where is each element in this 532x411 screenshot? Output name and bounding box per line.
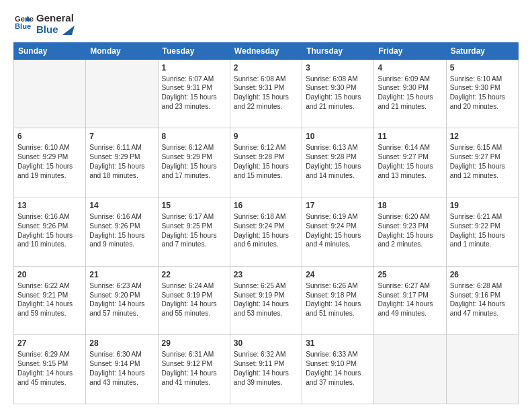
day-number: 8	[162, 131, 226, 142]
sunset-line: Sunset: 9:16 PM	[450, 291, 515, 300]
calendar-cell: 10Sunrise: 6:13 AMSunset: 9:28 PMDayligh…	[302, 128, 374, 197]
sunrise-line: Sunrise: 6:08 AM	[234, 75, 298, 84]
sunrise-line: Sunrise: 6:25 AM	[234, 281, 298, 291]
calendar-cell: 23Sunrise: 6:25 AMSunset: 9:19 PMDayligh…	[230, 266, 302, 335]
cell-info: Sunrise: 6:17 AMSunset: 9:25 PMDaylight:…	[162, 212, 226, 249]
day-number: 10	[306, 131, 370, 142]
calendar-cell: 3Sunrise: 6:08 AMSunset: 9:30 PMDaylight…	[302, 59, 374, 128]
calendar-cell: 31Sunrise: 6:33 AMSunset: 9:10 PMDayligh…	[302, 335, 374, 404]
day-number: 6	[17, 131, 82, 142]
sunset-line: Sunset: 9:21 PM	[17, 291, 82, 300]
sunrise-line: Sunrise: 6:15 AM	[450, 143, 515, 152]
sunrise-line: Sunrise: 6:10 AM	[17, 143, 82, 152]
cell-info: Sunrise: 6:24 AMSunset: 9:19 PMDaylight:…	[162, 281, 226, 318]
sunset-line: Sunset: 9:20 PM	[89, 291, 154, 300]
calendar-cell: 7Sunrise: 6:11 AMSunset: 9:29 PMDaylight…	[86, 128, 158, 197]
sunrise-line: Sunrise: 6:12 AM	[234, 143, 298, 152]
sunset-line: Sunset: 9:18 PM	[306, 291, 370, 300]
calendar-cell: 24Sunrise: 6:26 AMSunset: 9:18 PMDayligh…	[302, 266, 374, 335]
col-header-thursday: Thursday	[302, 42, 374, 59]
cell-info: Sunrise: 6:14 AMSunset: 9:27 PMDaylight:…	[378, 143, 442, 180]
daylight-line: Daylight: 15 hours and 17 minutes.	[162, 162, 226, 181]
sunrise-line: Sunrise: 6:20 AM	[378, 212, 442, 222]
calendar-cell	[86, 59, 158, 128]
daylight-line: Daylight: 14 hours and 45 minutes.	[17, 369, 82, 387]
cell-info: Sunrise: 6:15 AMSunset: 9:27 PMDaylight:…	[450, 143, 515, 180]
sunset-line: Sunset: 9:30 PM	[306, 83, 370, 93]
daylight-line: Daylight: 14 hours and 59 minutes.	[17, 300, 82, 318]
sunrise-line: Sunrise: 6:32 AM	[234, 350, 298, 359]
day-number: 4	[378, 62, 442, 73]
sunset-line: Sunset: 9:12 PM	[162, 359, 226, 369]
calendar-cell: 26Sunrise: 6:28 AMSunset: 9:16 PMDayligh…	[446, 266, 518, 335]
cell-info: Sunrise: 6:18 AMSunset: 9:24 PMDaylight:…	[234, 212, 298, 249]
col-header-saturday: Saturday	[446, 42, 518, 59]
calendar-week-row: 6Sunrise: 6:10 AMSunset: 9:29 PMDaylight…	[14, 128, 519, 197]
calendar-cell: 17Sunrise: 6:19 AMSunset: 9:24 PMDayligh…	[302, 197, 374, 266]
sunrise-line: Sunrise: 6:21 AM	[450, 212, 515, 222]
daylight-line: Daylight: 15 hours and 1 minute.	[450, 231, 515, 250]
day-number: 29	[162, 338, 226, 349]
header: General Blue General Blue	[13, 12, 519, 36]
sunrise-line: Sunrise: 6:23 AM	[89, 281, 154, 291]
day-number: 13	[17, 200, 82, 211]
cell-info: Sunrise: 6:27 AMSunset: 9:17 PMDaylight:…	[378, 281, 442, 318]
sunrise-line: Sunrise: 6:33 AM	[306, 350, 370, 359]
sunrise-line: Sunrise: 6:10 AM	[450, 75, 515, 84]
daylight-line: Daylight: 15 hours and 6 minutes.	[234, 231, 298, 250]
calendar-cell: 11Sunrise: 6:14 AMSunset: 9:27 PMDayligh…	[374, 128, 446, 197]
sunrise-line: Sunrise: 6:30 AM	[89, 350, 154, 359]
sunrise-line: Sunrise: 6:29 AM	[17, 350, 82, 359]
col-header-tuesday: Tuesday	[158, 42, 230, 59]
cell-info: Sunrise: 6:29 AMSunset: 9:15 PMDaylight:…	[17, 350, 82, 387]
cell-info: Sunrise: 6:28 AMSunset: 9:16 PMDaylight:…	[450, 281, 515, 318]
cell-info: Sunrise: 6:23 AMSunset: 9:20 PMDaylight:…	[89, 281, 154, 318]
sunset-line: Sunset: 9:22 PM	[450, 222, 515, 231]
cell-info: Sunrise: 6:16 AMSunset: 9:26 PMDaylight:…	[89, 212, 154, 249]
day-number: 3	[306, 62, 370, 73]
sunset-line: Sunset: 9:31 PM	[162, 83, 226, 93]
cell-info: Sunrise: 6:32 AMSunset: 9:11 PMDaylight:…	[234, 350, 298, 387]
daylight-line: Daylight: 14 hours and 57 minutes.	[89, 300, 154, 318]
calendar-cell	[14, 59, 86, 128]
cell-info: Sunrise: 6:10 AMSunset: 9:30 PMDaylight:…	[450, 75, 515, 111]
svg-text:Blue: Blue	[15, 22, 31, 30]
daylight-line: Daylight: 15 hours and 2 minutes.	[378, 231, 442, 250]
logo-bird-icon	[62, 26, 75, 35]
sunset-line: Sunset: 9:29 PM	[89, 152, 154, 162]
sunset-line: Sunset: 9:11 PM	[234, 359, 298, 369]
daylight-line: Daylight: 14 hours and 37 minutes.	[306, 369, 370, 387]
calendar-cell: 27Sunrise: 6:29 AMSunset: 9:15 PMDayligh…	[14, 335, 86, 404]
cell-info: Sunrise: 6:12 AMSunset: 9:28 PMDaylight:…	[234, 143, 298, 180]
svg-text:General: General	[15, 15, 34, 23]
calendar-week-row: 27Sunrise: 6:29 AMSunset: 9:15 PMDayligh…	[14, 335, 519, 404]
col-header-wednesday: Wednesday	[230, 42, 302, 59]
cell-info: Sunrise: 6:07 AMSunset: 9:31 PMDaylight:…	[162, 75, 226, 111]
calendar-cell: 18Sunrise: 6:20 AMSunset: 9:23 PMDayligh…	[374, 197, 446, 266]
day-number: 21	[89, 269, 154, 280]
sunset-line: Sunset: 9:19 PM	[234, 291, 298, 300]
calendar-cell: 9Sunrise: 6:12 AMSunset: 9:28 PMDaylight…	[230, 128, 302, 197]
day-number: 11	[378, 131, 442, 142]
sunset-line: Sunset: 9:29 PM	[17, 152, 82, 162]
sunrise-line: Sunrise: 6:31 AM	[162, 350, 226, 359]
daylight-line: Daylight: 15 hours and 18 minutes.	[89, 162, 154, 181]
sunrise-line: Sunrise: 6:12 AM	[162, 143, 226, 152]
cell-info: Sunrise: 6:22 AMSunset: 9:21 PMDaylight:…	[17, 281, 82, 318]
day-number: 7	[89, 131, 154, 142]
sunset-line: Sunset: 9:19 PM	[162, 291, 226, 300]
col-header-sunday: Sunday	[14, 42, 86, 59]
sunset-line: Sunset: 9:28 PM	[234, 152, 298, 162]
sunset-line: Sunset: 9:17 PM	[378, 291, 442, 300]
sunrise-line: Sunrise: 6:18 AM	[234, 212, 298, 222]
sunset-line: Sunset: 9:31 PM	[234, 83, 298, 93]
calendar-cell	[374, 335, 446, 404]
sunrise-line: Sunrise: 6:16 AM	[17, 212, 82, 222]
sunrise-line: Sunrise: 6:22 AM	[17, 281, 82, 291]
sunrise-line: Sunrise: 6:26 AM	[306, 281, 370, 291]
daylight-line: Daylight: 14 hours and 47 minutes.	[450, 300, 515, 318]
day-number: 12	[450, 131, 515, 142]
daylight-line: Daylight: 15 hours and 20 minutes.	[450, 93, 515, 111]
day-number: 31	[306, 338, 370, 349]
sunrise-line: Sunrise: 6:27 AM	[378, 281, 442, 291]
